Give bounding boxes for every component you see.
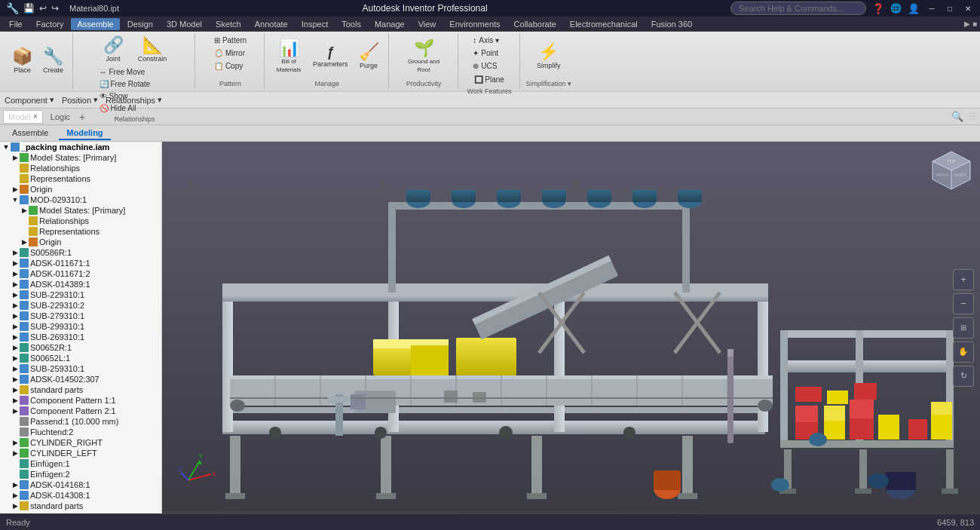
help-icon[interactable]: ❓ bbox=[872, 3, 884, 14]
fit-all-button[interactable]: ⊞ bbox=[953, 317, 974, 339]
tree-icon-rel2 bbox=[29, 216, 38, 225]
tree-item-standard-parts2[interactable]: ▶ standard parts bbox=[0, 501, 161, 511]
user-icon[interactable]: 👤 bbox=[908, 3, 920, 14]
tree-item-adsk014308[interactable]: ▶ ADSK-014308:1 bbox=[0, 490, 161, 501]
tree-item-adsk011671-2[interactable]: ▶ ADSK-011671:2 bbox=[0, 268, 161, 279]
relationships-dropdown[interactable]: Relationships ▾ bbox=[106, 95, 162, 105]
ribbon-btn-constrain[interactable]: 📐 Constrain bbox=[132, 35, 173, 65]
ribbon-btn-purge[interactable]: 🧹 Purge bbox=[354, 41, 384, 72]
tree-item-modelstates[interactable]: ▶ Model States: [Primary] bbox=[0, 152, 161, 163]
tree-item-sub299310[interactable]: ▶ SUB-299310:1 bbox=[0, 321, 161, 332]
tree-item-rep2[interactable]: Representations bbox=[0, 226, 161, 237]
ribbon-btn-mirror[interactable]: 🪞 Mirror bbox=[211, 47, 248, 59]
quick-access-redo[interactable]: ↪ bbox=[51, 3, 59, 14]
tree-item-representations[interactable]: Representations bbox=[0, 173, 161, 184]
tree-item-mod029310[interactable]: ▼ MOD-029310:1 bbox=[0, 195, 161, 205]
tree-item-sub279310[interactable]: ▶ SUB-279310:1 bbox=[0, 311, 161, 321]
logic-tab[interactable]: Logic bbox=[46, 111, 75, 123]
add-tab-icon[interactable]: + bbox=[79, 111, 85, 123]
ribbon-btn-ucs[interactable]: ⊕ UCS bbox=[470, 60, 500, 72]
tree-icon-relationships bbox=[20, 164, 29, 173]
maximize-button[interactable]: □ bbox=[944, 3, 956, 14]
ribbon-btn-axis[interactable]: ↕ Axis ▾ bbox=[470, 35, 502, 46]
menu-view[interactable]: View bbox=[412, 18, 443, 30]
tree-search-icon[interactable]: 🔍 bbox=[951, 111, 963, 122]
zoom-out-button[interactable]: − bbox=[953, 293, 974, 314]
menu-sketch[interactable]: Sketch bbox=[210, 18, 247, 30]
tree-item-relationships[interactable]: Relationships bbox=[0, 163, 161, 173]
menu-collaborate[interactable]: Collaborate bbox=[508, 18, 562, 30]
menu-design[interactable]: Design bbox=[121, 18, 159, 30]
ribbon-btn-plane[interactable]: 🔲 Plane bbox=[470, 73, 509, 86]
ribbon-btn-ground-root[interactable]: 🌱 Ground and Root bbox=[403, 38, 444, 75]
position-dropdown[interactable]: Position ▾ bbox=[62, 95, 98, 105]
component-dropdown[interactable]: Component ▾ bbox=[5, 95, 54, 105]
tree-item-adsk014389[interactable]: ▶ ADSK-014389:1 bbox=[0, 279, 161, 290]
ribbon-btn-bom[interactable]: 📊 Bill of Materials bbox=[271, 38, 307, 75]
menu-factory[interactable]: Factory bbox=[30, 18, 70, 30]
menu-file[interactable]: File bbox=[3, 18, 29, 30]
tree-item-s00652l[interactable]: ▶ S00652L:1 bbox=[0, 353, 161, 363]
ribbon-btn-copy[interactable]: 📋 Copy bbox=[211, 60, 246, 72]
ribbon-btn-freerotate[interactable]: 🔄 Free Rotate bbox=[96, 78, 154, 90]
menu-manage[interactable]: Manage bbox=[369, 18, 411, 30]
3d-viewport[interactable]: TOP RIGHT FRONT + − ⊞ ✋ ↻ X bbox=[162, 142, 980, 513]
tree-item-sub229310-1[interactable]: ▶ SUB-229310:1 bbox=[0, 290, 161, 300]
tree-item-passend[interactable]: Passend:1 (10.000 mm) bbox=[0, 416, 161, 427]
menu-inspect[interactable]: Inspect bbox=[296, 18, 334, 30]
menu-electromechanical[interactable]: Electromechanical bbox=[564, 18, 644, 30]
menu-3dmodel[interactable]: 3D Model bbox=[161, 18, 208, 30]
nav-cube[interactable]: TOP RIGHT FRONT bbox=[929, 148, 974, 193]
tree-item-standard-parts1[interactable]: ▶ standard parts bbox=[0, 384, 161, 395]
tree-item-sub259310[interactable]: ▶ SUB-259310:1 bbox=[0, 363, 161, 374]
tree-item-sub269310[interactable]: ▶ SUB-269310:1 bbox=[0, 332, 161, 342]
tree-root-item[interactable]: ▼ _packing machine.iam bbox=[0, 142, 161, 152]
tree-item-einfuegen2[interactable]: Einfügen:2 bbox=[0, 469, 161, 479]
ribbon-btn-place[interactable]: 📦 Place bbox=[8, 46, 37, 76]
tree-item-einfuegen1[interactable]: Einfügen:1 bbox=[0, 458, 161, 469]
ribbon-btn-create[interactable]: 🔧 Create bbox=[38, 46, 68, 76]
tree-item-adsk014168[interactable]: ▶ ADSK-014168:1 bbox=[0, 479, 161, 490]
tree-item-pattern1[interactable]: ▶ Component Pattern 1:1 bbox=[0, 395, 161, 406]
tree-item-s00652r[interactable]: ▶ S00652R:1 bbox=[0, 342, 161, 353]
ribbon-btn-parameters[interactable]: ƒ Parameters bbox=[308, 43, 353, 70]
tree-item-adsk014502[interactable]: ▶ ADSK-014502:307 bbox=[0, 374, 161, 384]
pan-button[interactable]: ✋ bbox=[953, 342, 974, 363]
rotate-button[interactable]: ↻ bbox=[953, 366, 974, 387]
tree-item-fluchtend[interactable]: Fluchtend:2 bbox=[0, 427, 161, 437]
tree-item-adsk011671-1[interactable]: ▶ ADSK-011671:1 bbox=[0, 258, 161, 268]
ribbon-btn-simplify[interactable]: ⚡ Simplify bbox=[532, 41, 565, 72]
menu-assemble[interactable]: Assemble bbox=[71, 18, 119, 30]
viewport-canvas[interactable]: TOP RIGHT FRONT + − ⊞ ✋ ↻ X bbox=[162, 142, 980, 513]
ribbon-btn-joint[interactable]: 🔗 Joint bbox=[96, 35, 130, 65]
zoom-in-button[interactable]: + bbox=[953, 269, 974, 290]
quick-access-save[interactable]: 💾 bbox=[23, 3, 35, 14]
tree-item-rel2[interactable]: Relationships bbox=[0, 216, 161, 226]
tree-item-cylinder-left[interactable]: ▶ CYLINDER_LEFT bbox=[0, 448, 161, 458]
minimize-button[interactable]: ─ bbox=[926, 3, 938, 14]
tree-label-sub299310: SUB-299310:1 bbox=[30, 322, 84, 331]
tree-item-cylinder-right[interactable]: ▶ CYLINDER_RIGHT bbox=[0, 437, 161, 448]
ribbon-btn-pattern[interactable]: ⊞ Pattern bbox=[211, 35, 250, 46]
tree-menu-icon[interactable]: ☰ bbox=[968, 111, 977, 122]
model-tab[interactable]: Model × bbox=[3, 110, 43, 124]
tree-item-ms-primary[interactable]: ▶ Model States: [Primary] bbox=[0, 205, 161, 216]
menu-environments[interactable]: Environments bbox=[443, 18, 506, 30]
subtab-assemble[interactable]: Assemble bbox=[5, 127, 56, 140]
menu-fusion360[interactable]: Fusion 360 bbox=[645, 18, 698, 30]
subtab-modeling[interactable]: Modeling bbox=[59, 127, 110, 140]
tree-item-sub229310-2[interactable]: ▶ SUB-229310:2 bbox=[0, 300, 161, 311]
menu-annotate[interactable]: Annotate bbox=[249, 18, 294, 30]
tree-item-origin2[interactable]: ▶ Origin bbox=[0, 237, 161, 247]
menu-tools[interactable]: Tools bbox=[335, 18, 367, 30]
machine-3d-view bbox=[162, 142, 980, 511]
close-button[interactable]: ✕ bbox=[962, 3, 974, 14]
quick-access-undo[interactable]: ↩ bbox=[39, 3, 47, 14]
model-tab-close-icon[interactable]: × bbox=[33, 112, 38, 121]
tree-item-origin[interactable]: ▶ Origin bbox=[0, 184, 161, 195]
ribbon-btn-point[interactable]: ✦ Point bbox=[470, 47, 501, 59]
tree-item-pattern2[interactable]: ▶ Component Pattern 2:1 bbox=[0, 406, 161, 416]
tree-item-s00586r[interactable]: ▶ S00586R:1 bbox=[0, 247, 161, 258]
help-search-input[interactable] bbox=[730, 2, 866, 15]
ribbon-btn-freemove[interactable]: ↔ Free Move bbox=[96, 66, 154, 78]
